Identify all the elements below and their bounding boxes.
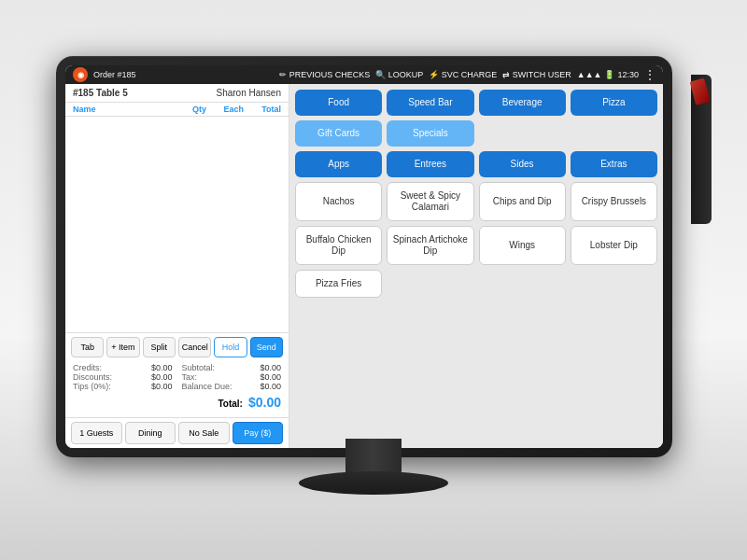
order-number: #185 Table 5 [73, 88, 128, 98]
item-wings[interactable]: Wings [479, 226, 566, 265]
more-menu-icon[interactable]: ⋮ [644, 68, 655, 81]
menu-extras[interactable]: Extras [571, 151, 657, 177]
balance-due-label: Balance Due: [182, 382, 233, 391]
menu-beverage[interactable]: Beverage [479, 90, 566, 116]
menu-sides[interactable]: Sides [479, 151, 566, 177]
order-header: #185 Table 5 Sharon Hansen [65, 84, 289, 103]
right-financials: Subtotal: $0.00 Tax: $0.00 Balance Due: … [182, 363, 282, 391]
item-nachos[interactable]: Nachos [295, 182, 382, 221]
pay-button[interactable]: Pay ($) [233, 422, 284, 444]
tab-button[interactable]: Tab [71, 337, 104, 357]
item-pizza-fries[interactable]: Pizza Fries [295, 270, 382, 298]
table-header: Name Qty Each Total [65, 103, 289, 117]
discounts-value: $0.00 [151, 372, 173, 382]
hold-button[interactable]: Hold [214, 337, 247, 357]
col-total-header: Total [244, 105, 281, 114]
tips-row: Tips (0%): $0.00 [73, 382, 173, 391]
action-svc-charge[interactable]: ⚡ SVC CHARGE [429, 70, 497, 79]
menu-entrees[interactable]: Entrees [387, 151, 473, 177]
col-name-header: Name [73, 105, 174, 114]
app-logo: ◉ [73, 67, 88, 82]
split-button[interactable]: Split [143, 337, 176, 357]
financials-section: Credits: $0.00 Discounts: $0.00 Tips (0%… [65, 361, 289, 393]
subtotal-row: Subtotal: $0.00 [182, 363, 282, 372]
item-row-1: Nachos Sweet & Spicy Calamari Chips and … [295, 182, 657, 221]
item-row-2: Buffalo Chicken Dip Spinach Artichoke Di… [295, 226, 657, 265]
credits-row: Credits: $0.00 [73, 363, 173, 372]
action-buttons: Tab + Item Split Cancel Hold Send [65, 332, 289, 361]
send-button[interactable]: Send [250, 337, 283, 357]
discounts-label: Discounts: [73, 372, 112, 382]
order-items [65, 117, 289, 332]
tips-value: $0.00 [151, 382, 173, 391]
menu-speed-bar[interactable]: Speed Bar [387, 90, 473, 116]
empty-slot-2 [571, 120, 657, 147]
credits-value: $0.00 [151, 363, 173, 372]
subtotal-value: $0.00 [260, 363, 281, 372]
left-panel: #185 Table 5 Sharon Hansen Name Qty Each… [65, 84, 289, 448]
empty-item-1 [387, 270, 473, 298]
credit-card [690, 78, 711, 105]
cancel-button[interactable]: Cancel [178, 337, 211, 357]
status-bar-left: ◉ Order #185 [73, 67, 136, 82]
menu-apps[interactable]: Apps [295, 151, 382, 177]
screen: ◉ Order #185 ✏ PREVIOUS CHECKS 🔍 LOOKUP … [65, 65, 663, 448]
customer-name: Sharon Hansen [217, 88, 282, 98]
monitor-bezel: ◉ Order #185 ✏ PREVIOUS CHECKS 🔍 LOOKUP … [56, 56, 672, 457]
empty-item-2 [479, 270, 566, 298]
total-label: Total: [218, 395, 242, 413]
item-row-3: Pizza Fries [295, 270, 657, 298]
clock: 12:30 [617, 70, 639, 79]
category-row-1: Food Speed Bar Beverage Pizza [295, 90, 657, 116]
item-spinach-artichoke-dip[interactable]: Spinach Artichoke Dip [387, 226, 473, 265]
item-crispy-brussels[interactable]: Crispy Brussels [571, 182, 657, 221]
action-lookup[interactable]: 🔍 LOOKUP [375, 70, 423, 79]
monitor-stand-neck [345, 439, 402, 476]
tax-row: Tax: $0.00 [182, 372, 282, 382]
bottom-buttons: 1 Guests Dining No Sale Pay ($) [65, 417, 289, 448]
col-each-header: Each [206, 105, 244, 114]
add-item-button[interactable]: + Item [106, 337, 139, 357]
status-bar: ◉ Order #185 ✏ PREVIOUS CHECKS 🔍 LOOKUP … [65, 65, 663, 84]
guests-button[interactable]: 1 Guests [71, 422, 122, 444]
category-row-2: Gift Cards Specials [295, 120, 657, 147]
content-area: #185 Table 5 Sharon Hansen Name Qty Each… [65, 84, 663, 448]
card-reader [691, 75, 712, 224]
subtotal-label: Subtotal: [182, 363, 216, 372]
monitor-stand-base [299, 471, 448, 495]
total-row: Total: $0.00 [65, 393, 289, 417]
order-title: Order #185 [93, 70, 136, 79]
action-switch-user[interactable]: ⇄ SWITCH USER [502, 70, 571, 79]
tax-label: Tax: [182, 372, 198, 382]
tips-label: Tips (0%): [73, 382, 111, 391]
credits-label: Credits: [73, 363, 102, 372]
menu-food[interactable]: Food [295, 90, 382, 116]
item-chips-and-dip[interactable]: Chips and Dip [479, 182, 566, 221]
subcategory-row: Apps Entrees Sides Extras [295, 151, 657, 177]
status-bar-right: ✏ PREVIOUS CHECKS 🔍 LOOKUP ⚡ SVC CHARGE … [279, 68, 655, 81]
empty-item-3 [571, 270, 657, 298]
signal-icons: ▲▲▲ 🔋 12:30 [577, 70, 639, 79]
left-financials: Credits: $0.00 Discounts: $0.00 Tips (0%… [73, 363, 173, 391]
item-sweet-spicy-calamari[interactable]: Sweet & Spicy Calamari [387, 182, 473, 221]
item-lobster-dip[interactable]: Lobster Dip [571, 226, 657, 265]
no-sale-button[interactable]: No Sale [178, 422, 230, 444]
menu-gift-cards[interactable]: Gift Cards [295, 120, 382, 147]
right-panel: Food Speed Bar Beverage Pizza Gift Cards… [289, 84, 663, 448]
menu-specials[interactable]: Specials [387, 120, 473, 147]
wifi-icon: ▲▲▲ [577, 70, 602, 79]
battery-icon: 🔋 [604, 70, 614, 79]
action-prev-checks[interactable]: ✏ PREVIOUS CHECKS [279, 70, 370, 79]
total-amount: $0.00 [248, 395, 281, 413]
item-buffalo-chicken-dip[interactable]: Buffalo Chicken Dip [295, 226, 382, 265]
balance-due-value: $0.00 [260, 382, 281, 391]
monitor: ◉ Order #185 ✏ PREVIOUS CHECKS 🔍 LOOKUP … [56, 56, 691, 504]
empty-slot-1 [479, 120, 566, 147]
menu-pizza[interactable]: Pizza [571, 90, 657, 116]
tax-value: $0.00 [260, 372, 281, 382]
col-qty-header: Qty [174, 105, 206, 114]
dining-button[interactable]: Dining [125, 422, 176, 444]
balance-due-row: Balance Due: $0.00 [182, 382, 282, 391]
discounts-row: Discounts: $0.00 [73, 372, 173, 382]
